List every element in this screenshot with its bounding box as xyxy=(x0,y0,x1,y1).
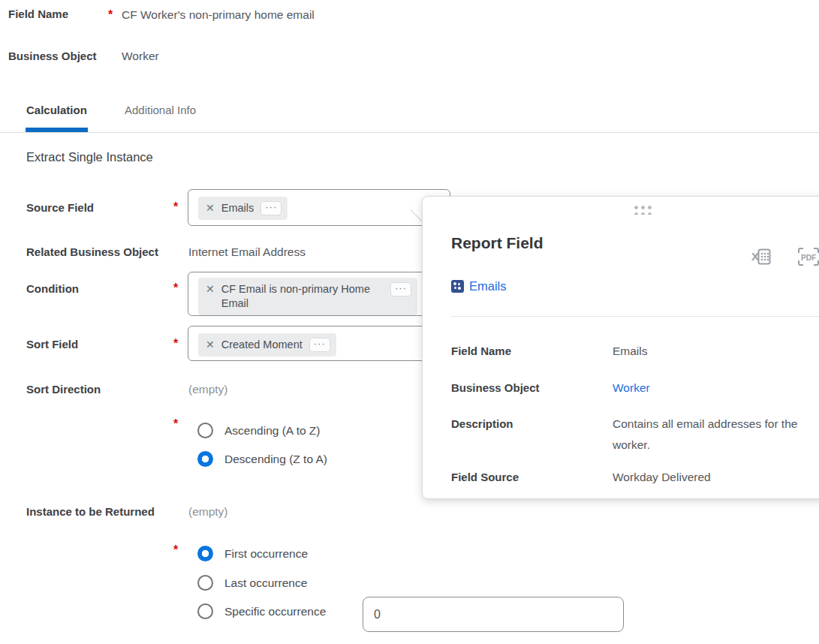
required-marker: * xyxy=(173,417,178,431)
popup-description-label: Description xyxy=(451,417,513,430)
radio-ascending[interactable]: Ascending (A to Z) xyxy=(197,423,321,438)
popup-title: Report Field xyxy=(451,234,543,252)
condition-input[interactable]: ✕ CF Email is non-primary Home Email ··· xyxy=(188,272,450,316)
related-actions-icon[interactable] xyxy=(451,280,464,293)
popup-business-object-label: Business Object xyxy=(451,381,540,394)
specific-occurrence-input[interactable] xyxy=(363,597,624,632)
tag-more-icon[interactable]: ··· xyxy=(309,338,330,352)
sort-direction-empty-value: (empty) xyxy=(188,383,228,396)
field-name-label: Field Name xyxy=(8,8,68,20)
source-field-input[interactable]: ✕ Emails ··· xyxy=(188,189,450,226)
radio-last-occurrence[interactable]: Last occurrence xyxy=(197,575,307,591)
report-field-popup: Report Field X PDF xyxy=(422,196,819,499)
condition-tag: ✕ CF Email is non-primary Home Email ··· xyxy=(198,278,417,315)
sort-field-input[interactable]: ✕ Created Moment ··· xyxy=(188,326,450,361)
svg-text:PDF: PDF xyxy=(801,254,816,262)
required-marker: * xyxy=(173,337,178,351)
required-marker: * xyxy=(173,543,178,557)
condition-label: Condition xyxy=(26,282,79,295)
radio-circle-icon xyxy=(197,603,213,619)
radio-first-occurrence[interactable]: First occurrence xyxy=(197,546,308,561)
tag-more-icon[interactable]: ··· xyxy=(260,201,282,215)
source-field-tag: ✕ Emails ··· xyxy=(198,197,288,220)
remove-tag-icon[interactable]: ✕ xyxy=(206,338,215,352)
export-excel-icon[interactable]: X xyxy=(751,246,772,270)
sort-field-label: Sort Field xyxy=(26,338,78,351)
radio-circle-icon xyxy=(197,423,213,438)
tag-label: CF Email is non-primary Home Email xyxy=(221,282,372,311)
remove-tag-icon[interactable]: ✕ xyxy=(206,282,215,296)
popup-field-name-label: Field Name xyxy=(451,345,511,357)
popup-field-source-label: Field Source xyxy=(451,471,519,483)
source-field-label: Source Field xyxy=(26,201,94,214)
export-pdf-icon[interactable]: PDF xyxy=(797,246,819,270)
related-business-object-value: Internet Email Address xyxy=(188,245,306,259)
popup-divider xyxy=(451,316,819,317)
tag-label: Created Moment xyxy=(221,338,303,352)
business-object-label: Business Object xyxy=(8,50,97,62)
instance-returned-empty-value: (empty) xyxy=(188,505,228,519)
popup-worker-link[interactable]: Worker xyxy=(613,381,650,394)
required-marker: * xyxy=(173,200,178,214)
tab-additional-info[interactable]: Additional Info xyxy=(125,104,196,116)
required-marker: * xyxy=(173,281,178,295)
popup-field-name-value: Emails xyxy=(613,341,819,362)
remove-tag-icon[interactable]: ✕ xyxy=(206,201,215,215)
tab-calculation[interactable]: Calculation xyxy=(26,104,87,116)
popup-emails-link[interactable]: Emails xyxy=(469,279,507,293)
popup-field-source-value: Workday Delivered xyxy=(613,467,819,488)
radio-selected-icon xyxy=(197,451,213,467)
tab-divider xyxy=(0,132,819,133)
popup-description-value: Contains all email addresses for the wor… xyxy=(613,414,819,456)
radio-circle-icon xyxy=(197,575,213,591)
drag-handle-icon[interactable] xyxy=(632,203,652,215)
instance-returned-label: Instance to be Returned xyxy=(26,505,155,518)
calculated-field-editor: Field Name * CF Worker's non-primary hom… xyxy=(0,0,819,644)
sort-direction-label: Sort Direction xyxy=(26,383,101,396)
section-title: Extract Single Instance xyxy=(26,150,153,164)
tag-label: Emails xyxy=(221,201,254,215)
radio-specific-occurrence[interactable]: Specific occurrence xyxy=(197,603,326,619)
required-marker: * xyxy=(108,8,113,22)
radio-selected-icon xyxy=(197,546,213,561)
tag-more-icon[interactable]: ··· xyxy=(390,282,411,296)
related-business-object-label: Related Business Object xyxy=(26,245,158,258)
radio-descending[interactable]: Descending (Z to A) xyxy=(197,451,327,467)
business-object-value: Worker xyxy=(122,50,159,63)
field-name-value: CF Worker's non-primary home email xyxy=(122,8,315,22)
sort-field-tag: ✕ Created Moment ··· xyxy=(198,333,336,357)
